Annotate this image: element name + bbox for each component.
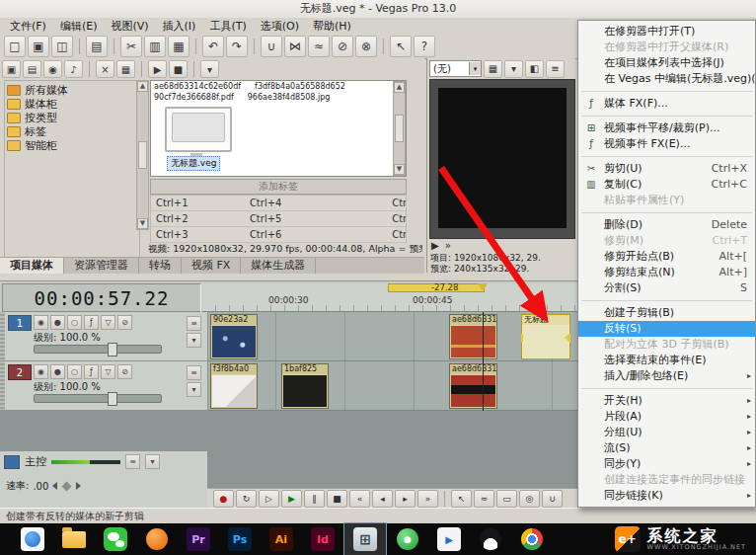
menu-item-delete[interactable]: 删除(D)Delete: [578, 217, 755, 233]
play-icon[interactable]: ▶: [281, 490, 302, 508]
start-preview-icon[interactable]: ▶: [148, 60, 167, 78]
scroll-down-icon[interactable]: ▼: [137, 218, 148, 229]
taskbar-vegas-active[interactable]: ⊞: [343, 522, 387, 555]
rate-knob[interactable]: [62, 481, 72, 491]
menu-item-sync-link[interactable]: 同步链接(K)▸: [578, 488, 755, 504]
master-view-icon[interactable]: ▾: [145, 454, 160, 469]
track-level-slider[interactable]: [34, 394, 162, 403]
track-drag-handle[interactable]: [0, 361, 5, 410]
new-project-icon[interactable]: □: [4, 36, 26, 57]
menu-item-media-fx[interactable]: ƒ媒体 FX(F)...: [578, 96, 755, 112]
play-from-start-icon[interactable]: ▷: [259, 490, 279, 508]
menu-item-reverse[interactable]: 反转(S): [578, 321, 755, 337]
menu-item-open-in-trimmer[interactable]: 在修剪器中打开(T): [578, 24, 755, 40]
track-number-badge[interactable]: 2: [8, 364, 32, 380]
views-icon[interactable]: ▾: [200, 60, 219, 78]
stop-preview-icon[interactable]: ■: [169, 60, 188, 78]
track-pan-icon[interactable]: ▽: [101, 364, 115, 379]
normal-edit-tool-icon[interactable]: ↖: [390, 36, 412, 57]
tree-item-by-type[interactable]: 按类型: [7, 111, 137, 124]
tree-item-media-bins[interactable]: 媒体柜: [7, 97, 137, 111]
preview-play-icon[interactable]: ▶: [431, 240, 439, 251]
arm-record-icon[interactable]: ◉: [34, 364, 48, 379]
video-output-icon[interactable]: ▦: [484, 60, 502, 78]
capture-video-icon[interactable]: ◉: [43, 60, 62, 78]
cut-icon[interactable]: ✂: [120, 36, 142, 57]
file-name[interactable]: f3df8b4a0a56588d652: [255, 82, 345, 91]
cursor-timecode-display[interactable]: 00:00:57.22: [2, 283, 201, 312]
tab-project-media[interactable]: 项目媒体: [0, 258, 64, 274]
menu-item-trim-start[interactable]: 修剪开始点(B)Alt+[: [578, 249, 755, 265]
taskbar-green-app[interactable]: ●: [387, 523, 428, 555]
menu-item-split[interactable]: 分割(S)S: [578, 280, 755, 296]
timeline-event[interactable]: ae68d63314: [449, 363, 497, 409]
taskbar-browser[interactable]: [12, 523, 53, 555]
track-collapse-icon[interactable]: ▾: [187, 333, 201, 348]
track-number-badge[interactable]: 1: [8, 315, 32, 331]
track-menu-icon[interactable]: ≡: [187, 365, 201, 380]
timeline-cursor[interactable]: [483, 312, 484, 411]
new-bin-icon[interactable]: ▣: [2, 60, 21, 78]
edit-tool-selection-icon[interactable]: ▭: [496, 490, 517, 508]
loop-region-marker-icon[interactable]: [478, 283, 488, 291]
chevron-down-icon[interactable]: ▾: [469, 62, 481, 75]
mute-icon[interactable]: ●: [50, 315, 65, 330]
menu-item-synchronize[interactable]: 同步(Y)▸: [578, 456, 755, 472]
lock-envelopes-icon[interactable]: ⊘: [332, 36, 353, 57]
track-pan-icon[interactable]: ▽: [101, 315, 115, 330]
taskbar-media-player[interactable]: ▶: [428, 523, 470, 555]
phase-invert-icon[interactable]: ⊘: [117, 364, 132, 379]
media-properties-icon[interactable]: ▦: [116, 60, 135, 78]
enable-snapping-icon[interactable]: ∪: [261, 36, 282, 57]
edit-tool-envelope-icon[interactable]: ≈: [474, 490, 494, 508]
video-thumbnail-monitor-icon[interactable]: [165, 107, 232, 152]
import-media-icon[interactable]: ▤: [23, 60, 41, 78]
undo-icon[interactable]: ↶: [202, 36, 224, 57]
go-to-start-icon[interactable]: «: [349, 490, 370, 508]
menu-item-video-event-fx[interactable]: ƒ视频事件 FX(E)...: [578, 136, 755, 152]
preview-quality-icon[interactable]: ▾: [504, 60, 523, 78]
menu-item-insert-remove-envelope[interactable]: 插入/删除包络(E)▸: [578, 368, 755, 384]
master-bus-badge[interactable]: [4, 455, 20, 469]
menu-help[interactable]: 帮助(H): [306, 18, 358, 35]
menu-item-cut[interactable]: ✂剪切(U)Ctrl+X: [578, 161, 755, 177]
tree-item-tags[interactable]: 标签: [7, 124, 137, 138]
scroll-down-icon[interactable]: ▼: [394, 164, 405, 175]
redo-icon[interactable]: ↷: [226, 36, 248, 57]
shortcut-row[interactable]: Ctrl+3 Ctrl+6 Ctrl+9: [151, 227, 406, 243]
tab-media-generators[interactable]: 媒体生成器: [241, 258, 316, 274]
snap-toggle-icon[interactable]: ∪: [542, 490, 563, 508]
taskbar-chrome[interactable]: [511, 523, 553, 555]
timeline-event[interactable]: f3f8b4a0: [210, 363, 258, 409]
phase-invert-icon[interactable]: ⊘: [117, 315, 132, 330]
menu-edit[interactable]: 编辑(E): [53, 18, 105, 35]
taskbar-qq[interactable]: [470, 523, 511, 555]
track-level-slider[interactable]: [34, 345, 162, 354]
slider-thumb[interactable]: [108, 343, 117, 357]
tab-transitions[interactable]: 转场: [139, 258, 182, 274]
tree-scrollbar[interactable]: ▲ ▼: [136, 80, 149, 230]
save-project-icon[interactable]: ◫: [51, 36, 73, 57]
menu-item-edit-in-vegas[interactable]: 在 Vegas 中编辑(无标题.veg)(E): [578, 71, 755, 87]
help-icon[interactable]: ?: [414, 36, 435, 57]
taskbar-wechat[interactable]: [95, 523, 136, 555]
split-screen-icon[interactable]: ◧: [525, 60, 544, 78]
file-name[interactable]: 966ae38f4d8508.jpg: [248, 93, 331, 102]
paste-icon[interactable]: ▦: [168, 36, 189, 57]
auto-crossfade-icon[interactable]: ⋈: [284, 36, 306, 57]
next-frame-icon[interactable]: ▸: [395, 490, 416, 508]
tree-item-all-media[interactable]: 所有媒体: [7, 83, 137, 97]
master-properties-icon[interactable]: ≡: [125, 454, 140, 469]
file-name[interactable]: 90cf7de366688f.pdf: [154, 93, 234, 102]
menu-item-trim-end[interactable]: 修剪结束点(N)Alt+]: [578, 265, 755, 280]
slider-thumb[interactable]: [108, 392, 117, 406]
previous-frame-icon[interactable]: ◂: [372, 490, 393, 508]
track-drag-handle[interactable]: [0, 312, 5, 360]
go-to-end-icon[interactable]: »: [417, 490, 438, 508]
menu-item-select-events-to-end[interactable]: 选择要结束的事件(E): [578, 353, 755, 368]
rate-increase-icon[interactable]: [76, 482, 81, 490]
track-fx-icon[interactable]: ƒ: [84, 364, 99, 379]
menu-insert[interactable]: 插入(I): [156, 18, 203, 35]
add-tag-field[interactable]: 添加标签: [150, 179, 407, 195]
mute-icon[interactable]: ●: [50, 364, 65, 379]
